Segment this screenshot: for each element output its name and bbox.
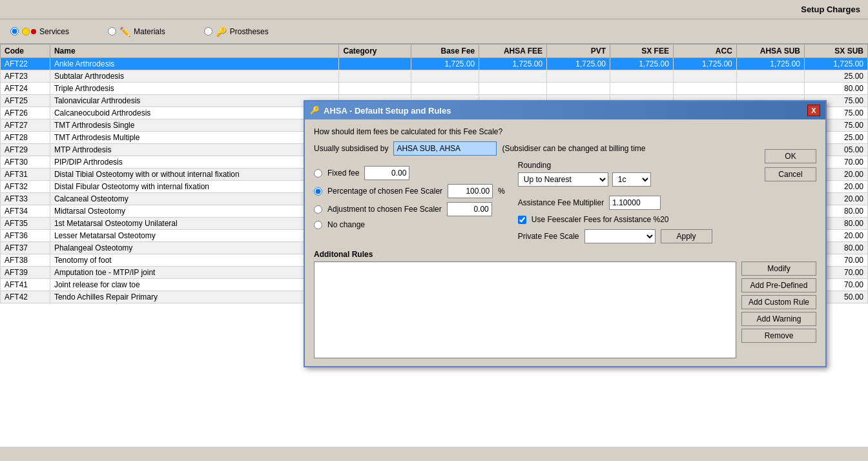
rules-textarea[interactable] bbox=[314, 261, 736, 358]
prostheses-icon: 🔑 bbox=[216, 26, 227, 37]
app-title: Setup Charges bbox=[801, 5, 860, 14]
percentage-label: Percentage of chosen Fee Scaler bbox=[327, 187, 442, 196]
cell-sxsub: 1,725.00 bbox=[805, 58, 868, 70]
modify-button[interactable]: Modify bbox=[741, 261, 816, 276]
fee-rounding-container: Fixed fee Percentage of chosen Fee Scale… bbox=[314, 161, 816, 243]
rounding-section: Rounding Up to Nearest Down to Nearest T… bbox=[518, 161, 712, 190]
cell-ahsafee: 1,725.00 bbox=[479, 58, 547, 70]
remove-button[interactable]: Remove bbox=[741, 329, 816, 343]
feescaler-row: Use Feescaler Fees for Assistance %20 bbox=[518, 215, 712, 224]
rounding-type-select[interactable]: Up to Nearest Down to Nearest To Nearest bbox=[518, 172, 608, 187]
cell-name: Tenotomy of foot bbox=[50, 254, 339, 267]
percentage-row: Percentage of chosen Fee Scaler % bbox=[314, 184, 505, 198]
cell-basefee bbox=[411, 70, 479, 83]
col-name: Name bbox=[50, 45, 339, 58]
cell-code: AFT29 bbox=[1, 144, 50, 156]
cell-code: AFT31 bbox=[1, 169, 50, 181]
modal-titlebar: 🔑 AHSA - Default Setup and Rules X bbox=[305, 101, 825, 119]
cell-name: 1st Metatarsal Osteotomy Unilateral bbox=[50, 218, 339, 230]
cell-name: Subtalar Arthrodesis bbox=[50, 70, 339, 83]
fixed-fee-label: Fixed fee bbox=[327, 169, 359, 178]
modal-key-icon: 🔑 bbox=[310, 106, 320, 115]
feescaler-checkbox[interactable] bbox=[518, 216, 526, 224]
adjustment-input[interactable] bbox=[447, 202, 492, 216]
cell-acc: 1,725.00 bbox=[673, 58, 736, 70]
cell-name: Calcaneal Osteotomy bbox=[50, 193, 339, 205]
fixed-fee-row: Fixed fee bbox=[314, 166, 505, 180]
cell-code: AFT33 bbox=[1, 193, 50, 205]
cell-code: AFT30 bbox=[1, 156, 50, 169]
private-label: Private Fee Scale bbox=[518, 232, 579, 241]
assistance-input[interactable] bbox=[609, 196, 661, 210]
cell-pvt: 1,725.00 bbox=[547, 58, 610, 70]
cell-name: Phalangeal Osteotomy bbox=[50, 242, 339, 254]
subsidised-label: Usually subsidised by bbox=[314, 144, 388, 153]
modal-title: AHSA - Default Setup and Rules bbox=[324, 106, 451, 116]
rounding-value-select[interactable]: 1c 5c 10c 50c $1 bbox=[612, 172, 651, 187]
table-row[interactable]: AFT22 Ankle Arthrodesis 1,725.00 1,725.0… bbox=[1, 58, 868, 70]
radio-materials[interactable]: ✏️ Materials bbox=[108, 26, 165, 37]
add-predefined-button[interactable]: Add Pre-Defined bbox=[741, 278, 816, 292]
nochange-radio[interactable] bbox=[314, 221, 322, 229]
fee-options-section: Fixed fee Percentage of chosen Fee Scale… bbox=[314, 166, 505, 238]
fixed-fee-radio[interactable] bbox=[314, 169, 322, 178]
modal-body: OK Cancel How should item fees be calcul… bbox=[305, 119, 825, 366]
additional-rules-section: Additonal Rules Modify Add Pre-Defined A… bbox=[314, 250, 816, 358]
adjustment-radio[interactable] bbox=[314, 205, 322, 214]
right-section: Rounding Up to Nearest Down to Nearest T… bbox=[518, 161, 712, 243]
cell-ahsasub: 1,725.00 bbox=[736, 58, 804, 70]
cell-name: Talonavicular Arthrodesis bbox=[50, 95, 339, 107]
ok-button[interactable]: OK bbox=[765, 149, 816, 163]
rules-area-container: Modify Add Pre-Defined Add Custom Rule A… bbox=[314, 261, 816, 358]
cancel-button[interactable]: Cancel bbox=[765, 167, 816, 181]
radio-bar: Services ✏️ Materials 🔑 Prostheses bbox=[0, 19, 868, 44]
assistance-row: Assistance Fee Multiplier bbox=[518, 196, 712, 210]
cell-name: Ankle Arthrodesis bbox=[50, 58, 339, 70]
percentage-input[interactable] bbox=[448, 184, 493, 198]
cell-ahsasub bbox=[736, 83, 804, 95]
cell-name: Joint release for claw toe bbox=[50, 279, 339, 291]
circle-icon bbox=[22, 28, 30, 36]
assistance-label: Assistance Fee Multiplier bbox=[518, 198, 604, 207]
dot-icon bbox=[31, 29, 36, 34]
cell-code: AFT24 bbox=[1, 83, 50, 95]
cell-name: TMT Arthrodesis Multiple bbox=[50, 132, 339, 144]
cell-name: Calcaneocuboid Arthrodesis bbox=[50, 107, 339, 119]
top-bar: Setup Charges bbox=[0, 0, 868, 19]
private-select[interactable] bbox=[584, 229, 656, 243]
materials-icon: ✏️ bbox=[119, 26, 130, 37]
rules-buttons: Modify Add Pre-Defined Add Custom Rule A… bbox=[741, 261, 816, 358]
cell-name: PIP/DIP Arthrodesis bbox=[50, 156, 339, 169]
modal-close-button[interactable]: X bbox=[807, 105, 820, 116]
apply-button[interactable]: Apply bbox=[661, 229, 712, 243]
col-category: Category bbox=[339, 45, 411, 58]
col-ahsasub: AHSA SUB bbox=[736, 45, 804, 58]
cell-name: Midtarsal Osteotomy bbox=[50, 205, 339, 218]
adjustment-label: Adjustment to chosen Fee Scaler bbox=[327, 205, 442, 214]
table-row[interactable]: AFT23 Subtalar Arthrodesis 25.00 bbox=[1, 70, 868, 83]
table-row[interactable]: AFT24 Triple Arthrodesis 80.00 bbox=[1, 83, 868, 95]
cell-ahsasub bbox=[736, 70, 804, 83]
add-custom-rule-button[interactable]: Add Custom Rule bbox=[741, 295, 816, 309]
cell-code: AFT35 bbox=[1, 218, 50, 230]
services-label: Services bbox=[39, 27, 69, 36]
percentage-radio[interactable] bbox=[314, 187, 322, 196]
cell-pvt bbox=[547, 70, 610, 83]
radio-services[interactable]: Services bbox=[10, 27, 69, 36]
cell-acc bbox=[673, 83, 736, 95]
cell-code: AFT34 bbox=[1, 205, 50, 218]
private-row: Private Fee Scale Apply bbox=[518, 229, 712, 243]
cell-code: AFT22 bbox=[1, 58, 50, 70]
cell-sxsub: 80.00 bbox=[805, 83, 868, 95]
add-warning-button[interactable]: Add Warning bbox=[741, 312, 816, 326]
cell-basefee bbox=[411, 83, 479, 95]
fixed-fee-input[interactable] bbox=[364, 166, 409, 180]
subsidised-row: Usually subsidised by (Subsidiser can be… bbox=[314, 141, 816, 156]
radio-prostheses[interactable]: 🔑 Prostheses bbox=[204, 26, 269, 37]
cell-sxfee bbox=[610, 83, 674, 95]
col-acc: ACC bbox=[673, 45, 736, 58]
cell-name: Distal Tibial Osteotomy with or without … bbox=[50, 169, 339, 181]
cell-category bbox=[339, 70, 411, 83]
col-sxfee: SX FEE bbox=[610, 45, 674, 58]
subsidised-input[interactable] bbox=[393, 141, 497, 156]
